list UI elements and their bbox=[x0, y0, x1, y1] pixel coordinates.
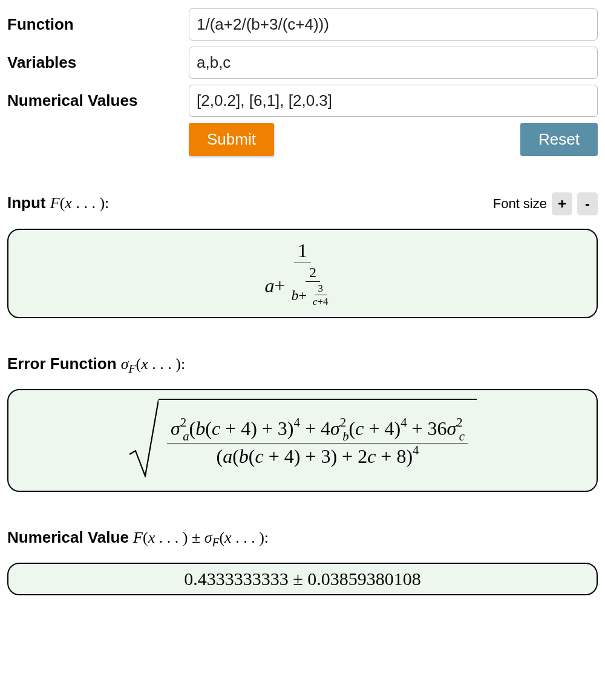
reset-button[interactable]: Reset bbox=[520, 123, 598, 156]
sqrt-icon bbox=[128, 399, 159, 482]
function-label: Function bbox=[7, 15, 189, 34]
fontsize-label: Font size bbox=[493, 196, 547, 212]
variables-input[interactable] bbox=[189, 47, 598, 79]
variables-label: Variables bbox=[7, 53, 189, 72]
submit-button[interactable]: Submit bbox=[189, 123, 274, 156]
numeric-result-box: 0.4333333333 ± 0.03859380108 bbox=[7, 563, 598, 595]
numvalues-input[interactable] bbox=[189, 85, 598, 117]
section-title-error: Error Function σF(x . . . ): bbox=[7, 355, 185, 376]
input-formula-box: 1 a + 2 b+ 3 c+4 bbox=[7, 229, 598, 318]
fontsize-minus-button[interactable]: - bbox=[577, 192, 598, 215]
section-title-numeric: Numerical Value F(x . . . ) ± σF(x . . .… bbox=[7, 528, 269, 549]
function-input[interactable] bbox=[189, 8, 598, 41]
section-title-input: Input F(x . . . ): bbox=[7, 194, 109, 212]
fontsize-plus-button[interactable]: + bbox=[552, 192, 572, 215]
numvalues-label: Numerical Values bbox=[7, 91, 189, 110]
error-formula-box: σ2a(b(c + 4) + 3)4 + 4σ2b(c + 4)4 + 36σ2… bbox=[7, 389, 598, 492]
